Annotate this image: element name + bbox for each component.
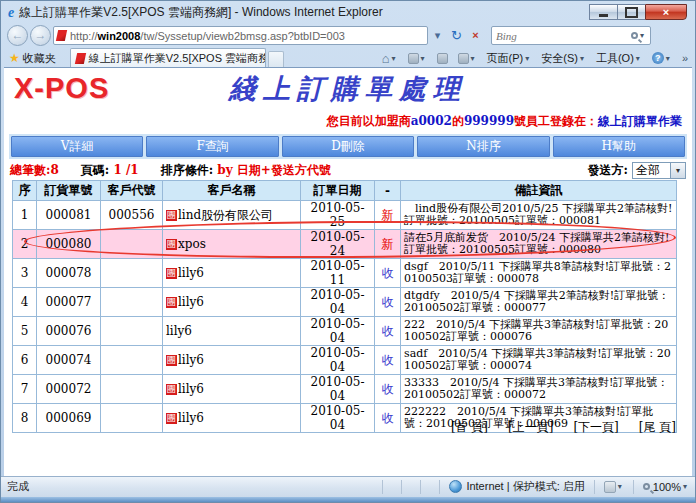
customer-code-cell	[101, 230, 163, 259]
sort-value: by 日期+發送方代號	[217, 162, 331, 179]
favorites-star-icon: ★	[9, 51, 20, 65]
customer-name-cell: 團lily6	[163, 288, 301, 317]
seq-cell: 6	[13, 346, 37, 375]
next-page-link[interactable]: [下一頁]	[573, 420, 618, 434]
order-date-cell: 2010-05-04	[301, 346, 375, 375]
customer-code-cell	[101, 346, 163, 375]
read-mail-button[interactable]	[432, 49, 453, 67]
sort-button[interactable]: N排序	[417, 136, 549, 157]
page-content: X-POS 綫上訂購單處理 您目前以加盟商a0002的999999號員工登錄在：…	[4, 67, 692, 476]
order-row-5[interactable]: 5000076lily62010-05-04收222 2010/5/4 下採購單…	[13, 317, 677, 346]
customer-code-cell	[101, 259, 163, 288]
overflow-chevron-icon[interactable]: »	[677, 49, 693, 67]
maximize-button[interactable]	[617, 4, 645, 20]
sender-dropdown-icon[interactable]: ▾	[670, 163, 685, 178]
help-button[interactable]: H幫助	[553, 136, 685, 157]
group-buy-icon: 團	[166, 355, 177, 366]
security-dropdown-icon: ▾	[578, 54, 586, 63]
customer-name-cell: 團lind股份有限公司	[163, 201, 301, 230]
favorites-button[interactable]: ★ 收藏夹	[3, 49, 62, 67]
address-dropdown-icon[interactable]: ▾	[428, 26, 447, 45]
order-no-cell: 000074	[37, 346, 101, 375]
feeds-button[interactable]: ▾	[403, 49, 432, 67]
group-buy-icon: 團	[166, 297, 177, 308]
customer-name-cell: 團lily6	[163, 259, 301, 288]
new-tab-button[interactable]	[268, 51, 284, 67]
order-row-7[interactable]: 7000072團lily62010-05-04收33333 2010/5/4 下…	[13, 375, 677, 404]
status-cell: 收	[375, 317, 401, 346]
help-dropdown-icon: ▾	[664, 54, 672, 63]
compatibility-view-icon[interactable]	[604, 481, 616, 493]
last-page-link[interactable]: [尾 頁]	[639, 420, 676, 434]
window-title: 線上訂購單作業V2.5[XPOS 雲端商務網] - Windows Intern…	[19, 4, 382, 21]
forward-button[interactable]: →	[30, 25, 51, 46]
pagination: [首 頁][上一頁][下一頁][尾 頁]	[431, 419, 676, 436]
compat-dropdown-icon[interactable]: ▾	[616, 482, 624, 491]
close-button[interactable]: ×	[645, 4, 687, 20]
status-cell: 新	[375, 230, 401, 259]
status-cell: 新	[375, 201, 401, 230]
remark-cell: 222 2010/5/4 下採購單共3筆請核對!訂單批號：20100502訂單號…	[401, 317, 677, 346]
print-dropdown-icon: ▾	[469, 54, 477, 63]
query-button[interactable]: F查詢	[146, 136, 278, 157]
print-icon	[458, 53, 469, 64]
prev-page-link[interactable]: [上一頁]	[508, 420, 553, 434]
search-box[interactable]: ▾	[491, 26, 651, 45]
minimize-button[interactable]	[589, 4, 617, 20]
customer-code-cell	[101, 317, 163, 346]
help-button[interactable]: ? ▾	[647, 49, 677, 67]
remark-cell: dsgf 2010/5/11 下採購單共8筆請核對!訂單批號：20100503訂…	[401, 259, 677, 288]
search-input[interactable]	[496, 30, 631, 42]
back-button[interactable]: ←	[7, 25, 28, 46]
order-no-cell: 000078	[37, 259, 101, 288]
order-row-1[interactable]: 1000081000556團lind股份有限公司2010-05-25新 lind…	[13, 201, 677, 230]
tab-title: 線上訂購單作業V2.5[XPOS 雲端商務網]	[89, 51, 266, 66]
remark-cell: 請在5月底前发货 2010/5/24 下採購單共2筆請核對!訂單批號：20100…	[401, 230, 677, 259]
order-row-4[interactable]: 4000077團lily62010-05-04收dtgdfy 2010/5/4 …	[13, 288, 677, 317]
group-buy-icon: 團	[166, 210, 177, 221]
sender-filter-label: 發送方:	[588, 162, 628, 179]
column-header: 序	[13, 181, 37, 201]
group-buy-icon: 團	[166, 239, 177, 250]
order-row-3[interactable]: 3000078團lily62010-05-11收dsgf 2010/5/11 下…	[13, 259, 677, 288]
detail-button[interactable]: V詳細	[11, 136, 143, 157]
login-status: 您目前以加盟商a0002的999999號員工登錄在：線上訂購單作業	[327, 113, 682, 130]
site-favicon	[56, 30, 67, 41]
status-cell: 收	[375, 288, 401, 317]
refresh-icon[interactable]: ↻	[447, 26, 466, 45]
search-icon[interactable]	[631, 32, 638, 39]
address-bar[interactable]: http://win2008/tw/Syssetup/viewb2bmsg.as…	[53, 26, 428, 45]
print-button[interactable]: ▾	[453, 49, 482, 67]
column-header: 訂單日期	[301, 181, 375, 201]
security-menu-button[interactable]: 安全(S) ▾	[536, 49, 591, 67]
order-no-cell: 000076	[37, 317, 101, 346]
zoom-icon[interactable]	[643, 483, 650, 490]
sender-filter-select[interactable]: 全部 ▾	[632, 162, 686, 179]
delete-button[interactable]: D刪除	[282, 136, 414, 157]
tab-bar: ★ 收藏夹 線上訂購單作業V2.5[XPOS 雲端商務網] ⌂ ▾ ▾ ▾	[3, 47, 693, 67]
order-date-cell: 2010-05-04	[301, 404, 375, 433]
zoom-level[interactable]: 100%	[653, 481, 681, 493]
remark-cell: sadf 2010/5/4 下採購單共3筆請核對!訂單批號：20100502訂單…	[401, 346, 677, 375]
browser-tab[interactable]: 線上訂購單作業V2.5[XPOS 雲端商務網]	[70, 48, 266, 67]
order-row-2[interactable]: 2000080團xpos2010-05-24新請在5月底前发货 2010/5/2…	[13, 230, 677, 259]
column-header: 客戶名稱	[163, 181, 301, 201]
order-row-6[interactable]: 6000074團lily62010-05-04收sadf 2010/5/4 下採…	[13, 346, 677, 375]
first-page-link[interactable]: [首 頁]	[451, 420, 488, 434]
command-bar: ⌂ ▾ ▾ ▾ 页面(P) ▾ 安全(S) ▾ 工	[377, 49, 693, 67]
customer-name-cell: lily6	[163, 317, 301, 346]
customer-code-cell	[101, 404, 163, 433]
order-date-cell: 2010-05-11	[301, 259, 375, 288]
orders-table: 序訂貨單號客戶代號客戶名稱訂單日期-備註資訊1000081000556團lind…	[12, 180, 677, 433]
zoom-dropdown-icon[interactable]: ▾	[681, 482, 689, 491]
total-count-label: 總筆數:8	[10, 162, 59, 179]
column-header: 備註資訊	[401, 181, 677, 201]
home-button[interactable]: ⌂ ▾	[377, 49, 403, 67]
home-dropdown-icon: ▾	[390, 54, 398, 63]
stop-icon[interactable]: ×	[466, 26, 485, 45]
order-date-cell: 2010-05-04	[301, 317, 375, 346]
page-menu-button[interactable]: 页面(P) ▾	[482, 49, 537, 67]
sort-label: 排序條件:	[161, 162, 213, 179]
tools-menu-button[interactable]: 工具(O) ▾	[591, 49, 647, 67]
group-buy-icon: 團	[166, 413, 177, 424]
